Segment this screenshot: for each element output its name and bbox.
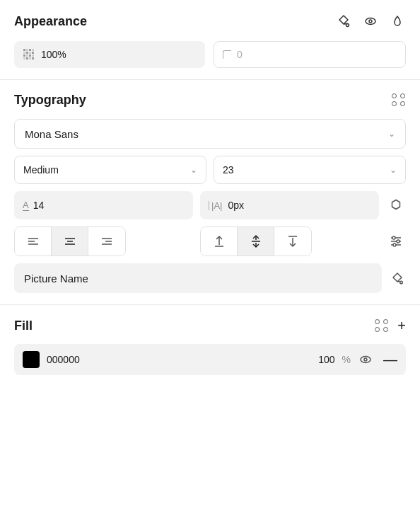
svg-line-1 [344, 24, 348, 25]
font-weight-size-row: Medium ⌄ 23 ⌄ [14, 156, 406, 184]
svg-rect-7 [32, 49, 34, 51]
corner-radius-value: 0 [237, 49, 243, 60]
valign-middle-button[interactable] [238, 227, 274, 256]
letter-spacing-control[interactable]: |A| 0px [200, 191, 379, 219]
remove-fill-button[interactable]: — [383, 352, 397, 368]
corner-radius-icon [223, 50, 231, 59]
svg-rect-17 [26, 57, 28, 59]
svg-line-43 [397, 281, 400, 282]
appearance-section: Appearance [0, 0, 420, 80]
text-valign-group [200, 226, 312, 256]
text-placeholder-input[interactable]: Picture Name [14, 263, 382, 293]
font-family-chevron: ⌄ [388, 129, 395, 139]
align-center-button[interactable] [52, 227, 88, 256]
text-size-icon: A [23, 200, 29, 211]
dropper-icon[interactable] [389, 13, 406, 30]
paint-bucket-icon[interactable] [335, 13, 352, 30]
svg-rect-9 [26, 52, 28, 54]
letter-spacing-icon: |A| [209, 201, 222, 210]
font-weight-value: Medium [23, 164, 59, 176]
fill-header-right: + [375, 318, 406, 334]
add-fill-button[interactable]: + [397, 318, 406, 334]
svg-rect-14 [29, 54, 31, 57]
svg-rect-18 [29, 57, 31, 59]
svg-point-39 [397, 240, 399, 243]
visibility-icon[interactable] [362, 13, 379, 30]
typography-title: Typography [14, 93, 86, 108]
align-right-button[interactable] [88, 227, 125, 256]
font-weight-dropdown[interactable]: Medium ⌄ [14, 156, 206, 184]
opacity-value: 100% [41, 49, 66, 60]
fill-color-swatch[interactable] [23, 351, 40, 368]
font-family-value: Mona Sans [25, 128, 78, 140]
opacity-control[interactable]: 100% [14, 41, 205, 68]
appearance-header: Appearance [14, 13, 406, 30]
fill-visibility-icon[interactable] [358, 352, 373, 367]
svg-point-42 [400, 281, 403, 284]
fill-header: Fill + [14, 318, 406, 334]
corner-radius-control[interactable]: 0 [214, 41, 406, 68]
appearance-icons [335, 13, 406, 30]
fill-opacity-value[interactable]: 100 [318, 354, 334, 365]
fill-options-icon[interactable] [375, 319, 389, 333]
fill-row: 000000 100 % — [14, 344, 406, 375]
alignment-row [14, 226, 406, 256]
svg-point-3 [369, 20, 372, 23]
fill-color-hex[interactable]: 000000 [47, 354, 311, 365]
font-size-dropdown[interactable]: 23 ⌄ [214, 156, 406, 184]
typography-header: Typography [14, 93, 406, 108]
svg-rect-19 [32, 57, 34, 59]
text-placeholder-row: Picture Name [14, 263, 406, 293]
svg-point-2 [366, 18, 375, 25]
valign-top-button[interactable] [201, 227, 238, 256]
svg-rect-5 [26, 49, 28, 51]
typography-section: Typography Mona Sans ⌄ Medium ⌄ 23 ⌄ [0, 80, 420, 305]
font-size-chevron: ⌄ [390, 165, 397, 175]
typography-options-icon[interactable] [392, 93, 406, 108]
font-family-dropdown[interactable]: Mona Sans ⌄ [14, 119, 406, 149]
fill-opacity-unit: % [342, 354, 351, 365]
opacity-grid-icon [23, 48, 35, 61]
svg-rect-13 [26, 54, 28, 57]
align-left-button[interactable] [15, 227, 52, 256]
text-size-spacing-row: A 14 |A| 0px [14, 191, 406, 219]
fill-section: Fill + 000000 100 % [0, 305, 420, 386]
panel: Appearance [0, 0, 420, 386]
svg-rect-12 [23, 54, 25, 57]
svg-rect-16 [23, 57, 25, 59]
svg-rect-4 [23, 49, 25, 51]
text-placeholder-value: Picture Name [24, 272, 88, 285]
font-size-value: 23 [223, 164, 234, 176]
svg-rect-15 [32, 54, 34, 57]
svg-rect-6 [29, 49, 31, 51]
text-size-value: 14 [33, 200, 45, 211]
typography-sliders-icon[interactable] [386, 231, 406, 251]
appearance-controls: 100% 0 [14, 41, 406, 68]
svg-rect-8 [23, 52, 25, 54]
svg-rect-10 [29, 52, 31, 54]
svg-point-44 [361, 357, 371, 363]
svg-point-41 [393, 243, 396, 246]
svg-point-37 [392, 236, 395, 239]
letter-spacing-value: 0px [228, 200, 244, 211]
svg-rect-11 [32, 52, 34, 54]
text-align-group [14, 226, 126, 256]
text-size-control[interactable]: A 14 [14, 191, 193, 219]
fill-title: Fill [14, 318, 33, 333]
appearance-title: Appearance [14, 14, 87, 29]
paint-style-icon[interactable] [389, 270, 406, 287]
hex-settings-icon[interactable] [386, 195, 406, 215]
valign-bottom-button[interactable] [274, 227, 311, 256]
svg-point-45 [364, 358, 367, 361]
font-weight-chevron: ⌄ [190, 165, 197, 175]
